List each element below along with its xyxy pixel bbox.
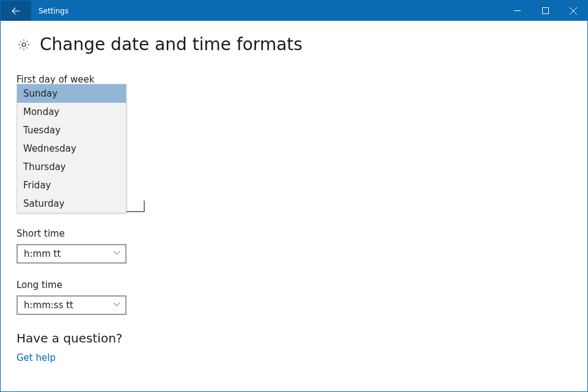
- long-time-select[interactable]: h:mm:ss tt: [17, 295, 127, 315]
- page-heading-row: Change date and time formats: [17, 34, 571, 54]
- short-time-label: Short time: [17, 228, 571, 239]
- back-arrow-icon: [10, 6, 21, 17]
- dropdown-item-thursday[interactable]: Thursday: [17, 158, 126, 176]
- chevron-down-icon: [113, 248, 120, 259]
- dropdown-item-wednesday[interactable]: Wednesday: [17, 139, 126, 158]
- window-controls: [503, 1, 587, 21]
- page-title: Change date and time formats: [40, 34, 303, 54]
- back-button[interactable]: [1, 1, 31, 21]
- first-day-select[interactable]: [127, 201, 145, 212]
- long-time-group: Long time h:mm:ss tt: [17, 279, 571, 315]
- dropdown-item-sunday[interactable]: Sunday: [17, 84, 126, 103]
- short-time-select[interactable]: h:mm tt: [17, 244, 127, 264]
- dropdown-item-monday[interactable]: Monday: [17, 103, 126, 121]
- svg-rect-2: [542, 8, 548, 14]
- have-a-question-heading: Have a question?: [17, 331, 571, 346]
- window-title: Settings: [31, 7, 68, 15]
- titlebar: Settings: [1, 1, 587, 21]
- short-time-group: Short time h:mm tt: [17, 228, 571, 264]
- dropdown-item-tuesday[interactable]: Tuesday: [17, 121, 126, 139]
- minimize-button[interactable]: [503, 1, 531, 21]
- long-time-value: h:mm:ss tt: [24, 300, 73, 311]
- maximize-icon: [542, 7, 549, 14]
- long-time-label: Long time: [17, 279, 571, 290]
- svg-point-5: [22, 43, 26, 46]
- dropdown-item-saturday[interactable]: Saturday: [17, 194, 126, 213]
- gear-icon: [17, 37, 31, 52]
- close-button[interactable]: [559, 1, 587, 21]
- maximize-button[interactable]: [531, 1, 559, 21]
- chevron-down-icon: [113, 300, 120, 311]
- dropdown-item-friday[interactable]: Friday: [17, 176, 126, 194]
- get-help-link[interactable]: Get help: [17, 352, 56, 363]
- short-time-value: h:mm tt: [24, 248, 61, 259]
- first-day-dropdown-popup: Sunday Monday Tuesday Wednesday Thursday…: [17, 84, 127, 213]
- minimize-icon: [514, 7, 521, 14]
- close-icon: [570, 7, 577, 15]
